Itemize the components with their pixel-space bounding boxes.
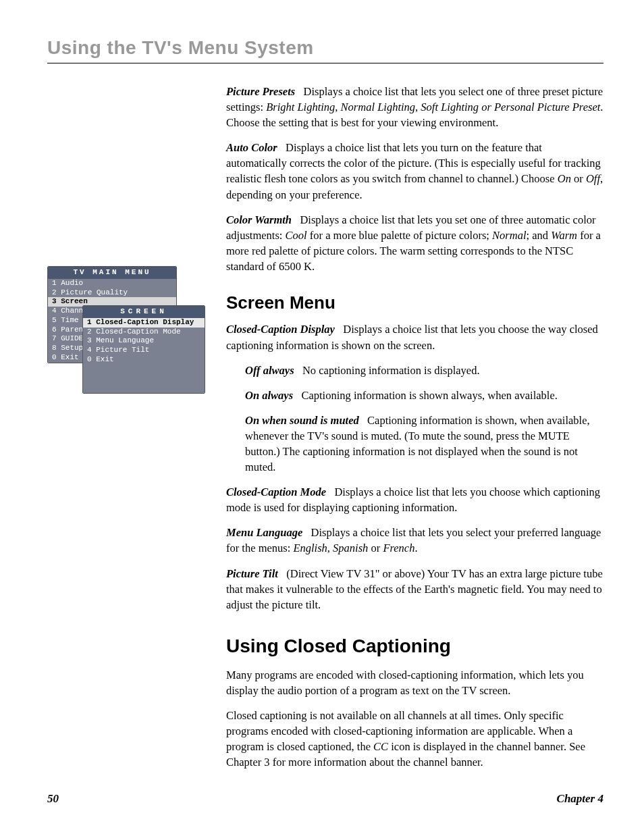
heading-using-cc: Using Closed Captioning	[226, 633, 603, 659]
chapter-label: Chapter 4	[557, 792, 603, 806]
para-ucc-2: Closed captioning is not available on al…	[226, 708, 603, 770]
label-cc-display: Closed-Caption Display	[226, 323, 335, 336]
osd-sub-item: 1 Closed-Caption Display	[83, 318, 205, 328]
osd-main-title: TV MAIN MENU	[48, 267, 176, 279]
osd-sub-item: 3 Menu Language	[83, 336, 205, 346]
label-on-always: On always	[245, 389, 293, 402]
para-on-always: On always Captioning information is show…	[245, 388, 603, 403]
label-on-mute: On when sound is muted	[245, 414, 359, 427]
para-cc-display: Closed-Caption Display Displays a choice…	[226, 321, 603, 353]
page-number: 50	[47, 792, 59, 806]
label-cc-mode: Closed-Caption Mode	[226, 486, 326, 498]
sidebar: TV MAIN MENU 1 Audio2 Picture Quality3 S…	[47, 84, 206, 780]
page-footer: 50 Chapter 4	[47, 792, 603, 806]
osd-sub-item: 0 Exit	[83, 355, 205, 365]
para-cc-mode: Closed-Caption Mode Displays a choice li…	[226, 484, 603, 515]
para-color-warmth: Color Warmth Displays a choice list that…	[226, 212, 603, 274]
label-menu-language: Menu Language	[226, 526, 302, 539]
para-ucc-1: Many programs are encoded with closed-ca…	[226, 667, 603, 698]
osd-sub-item: 4 Picture Tilt	[83, 346, 205, 355]
label-picture-tilt: Picture Tilt	[226, 567, 278, 580]
heading-screen-menu: Screen Menu	[226, 290, 603, 315]
para-auto-color: Auto Color Displays a choice list that l…	[226, 140, 603, 202]
label-auto-color: Auto Color	[226, 141, 277, 154]
label-off-always: Off always	[245, 364, 294, 377]
para-on-mute: On when sound is muted Captioning inform…	[245, 413, 603, 475]
para-picture-tilt: Picture Tilt (Direct View TV 31" or abov…	[226, 566, 603, 613]
osd-sub-item: 2 Closed-Caption Mode	[83, 328, 205, 337]
osd-main-item: 1 Audio	[48, 279, 176, 288]
page-header: Using the TV's Menu System	[47, 37, 603, 63]
osd-illustration: TV MAIN MENU 1 Audio2 Picture Quality3 S…	[47, 266, 199, 363]
osd-main-item: 2 Picture Quality	[48, 288, 176, 298]
para-off-always: Off always No captioning information is …	[245, 363, 603, 378]
para-menu-language: Menu Language Displays a choice list tha…	[226, 525, 603, 556]
label-picture-presets: Picture Presets	[226, 85, 295, 98]
label-color-warmth: Color Warmth	[226, 213, 292, 226]
para-picture-presets: Picture Presets Displays a choice list t…	[226, 84, 603, 130]
body-text: Picture Presets Displays a choice list t…	[226, 84, 603, 780]
osd-sub-title: SCREEN	[83, 306, 205, 318]
osd-submenu: SCREEN 1 Closed-Caption Display2 Closed-…	[82, 305, 205, 394]
